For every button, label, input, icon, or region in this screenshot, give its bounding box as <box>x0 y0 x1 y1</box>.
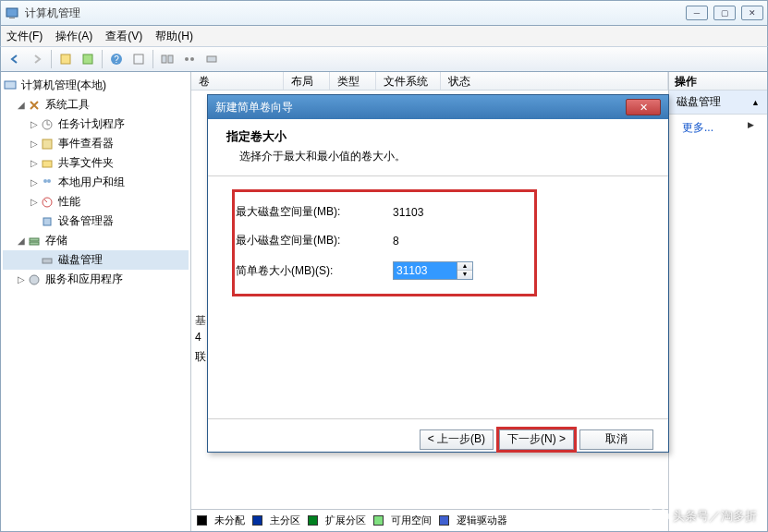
svg-rect-1 <box>9 18 15 18</box>
svg-point-9 <box>185 57 189 61</box>
expand-arrow-icon[interactable]: ▷ <box>29 139 40 149</box>
tree-local-users[interactable]: ▷ 本地用户和组 <box>3 173 189 192</box>
event-icon <box>40 137 55 151</box>
svg-point-10 <box>190 57 194 61</box>
tree-task-scheduler[interactable]: ▷ 任务计划程序 <box>3 115 189 134</box>
back-button[interactable]: < 上一步(B) <box>420 429 494 450</box>
tree-disk-management[interactable]: 磁盘管理 <box>3 250 189 270</box>
actions-panel: 操作 磁盘管理 ▲ 更多... ▶ <box>668 72 767 531</box>
peek-text-1: 基 <box>195 312 206 329</box>
svg-point-23 <box>30 275 39 284</box>
expand-arrow-icon[interactable]: ▷ <box>29 197 40 207</box>
tree-services-apps[interactable]: ▷ 服务和应用程序 <box>3 270 189 289</box>
services-icon <box>27 272 42 287</box>
actions-header: 操作 <box>669 72 767 91</box>
actions-disk-mgmt[interactable]: 磁盘管理 ▲ <box>669 91 767 115</box>
tool-icon-3[interactable] <box>128 49 149 69</box>
app-icon <box>5 6 19 20</box>
collapse-arrow-icon[interactable]: ◢ <box>16 236 27 246</box>
actions-more[interactable]: 更多... ▶ <box>669 115 767 141</box>
svg-rect-12 <box>5 81 16 89</box>
tree-event-viewer[interactable]: ▷ 事件查看器 <box>3 134 189 153</box>
next-button[interactable]: 下一步(N) > <box>499 429 574 450</box>
back-button[interactable] <box>5 49 25 69</box>
svg-rect-3 <box>83 54 92 64</box>
legend-primary-box <box>252 515 262 526</box>
highlight-box <box>232 189 537 296</box>
menu-view[interactable]: 查看(V) <box>105 29 142 44</box>
folder-icon <box>40 156 55 171</box>
tree-root[interactable]: 计算机管理(本地) <box>3 76 189 95</box>
storage-icon <box>27 234 42 248</box>
menu-help[interactable]: 帮助(H) <box>155 29 193 44</box>
minimize-button[interactable]: ─ <box>686 6 708 20</box>
window-title: 计算机管理 <box>25 6 686 21</box>
maximize-button[interactable]: ▢ <box>713 6 736 20</box>
wizard-footer: < 上一步(B) 下一步(N) > 取消 <box>208 418 668 459</box>
toolbar: ? <box>0 46 768 72</box>
col-status[interactable]: 状态 <box>441 72 668 90</box>
tree-system-tools[interactable]: ◢ 系统工具 <box>3 95 189 115</box>
svg-rect-7 <box>162 55 166 63</box>
tree-device-manager[interactable]: 设备管理器 <box>3 212 189 231</box>
watermark: 头条号／淘多折 <box>647 506 757 526</box>
wizard-close-button[interactable]: ✕ <box>626 99 661 115</box>
tree-performance[interactable]: ▷ 性能 <box>3 192 189 212</box>
svg-rect-8 <box>168 55 173 63</box>
tool-icon-6[interactable] <box>201 49 222 69</box>
col-layout[interactable]: 布局 <box>284 72 330 90</box>
legend-bar: 未分配 主分区 扩展分区 可用空间 逻辑驱动器 <box>191 509 668 531</box>
wizard-heading: 指定卷大小 <box>226 128 650 145</box>
collapse-arrow-icon[interactable]: ◢ <box>16 100 27 110</box>
wizard-header: 指定卷大小 选择介于最大和最小值的卷大小。 <box>208 119 668 176</box>
col-volume[interactable]: 卷 <box>191 72 284 90</box>
col-filesystem[interactable]: 文件系统 <box>376 72 441 90</box>
cancel-button[interactable]: 取消 <box>579 429 653 450</box>
tool-icon-5[interactable] <box>179 49 200 69</box>
tool-icon-1[interactable] <box>55 49 76 69</box>
tools-icon <box>27 98 42 113</box>
tree-shared-folders[interactable]: ▷ 共享文件夹 <box>3 153 189 173</box>
tool-icon-2[interactable] <box>78 49 98 69</box>
svg-rect-15 <box>43 161 52 167</box>
watermark-logo-icon <box>642 502 671 530</box>
wizard-titlebar: 新建简单卷向导 ✕ <box>208 95 668 119</box>
legend-extended-box <box>308 515 318 526</box>
expand-arrow-icon[interactable]: ▷ <box>29 158 40 168</box>
tree-panel: 计算机管理(本地) ◢ 系统工具 ▷ 任务计划程序 ▷ 事件查看器 ▷ 共享文件… <box>1 72 191 531</box>
legend-free-box <box>373 515 384 526</box>
col-type[interactable]: 类型 <box>330 72 376 90</box>
menu-action[interactable]: 操作(A) <box>55 29 92 44</box>
performance-icon <box>40 195 55 210</box>
svg-rect-22 <box>43 259 52 263</box>
chevron-up-icon: ▲ <box>751 98 760 107</box>
clock-icon <box>40 117 55 132</box>
watermark-text: 头条号／淘多折 <box>673 508 757 525</box>
wizard-title: 新建简单卷向导 <box>215 100 626 115</box>
close-button[interactable]: ✕ <box>741 6 763 20</box>
forward-button[interactable] <box>27 49 47 69</box>
expand-arrow-icon[interactable]: ▷ <box>29 177 40 187</box>
menu-file[interactable]: 文件(F) <box>6 29 43 44</box>
legend-logical-box <box>439 515 449 526</box>
tool-icon-4[interactable] <box>157 49 177 69</box>
svg-rect-11 <box>207 56 216 62</box>
expand-arrow-icon[interactable]: ▷ <box>29 119 40 129</box>
svg-text:?: ? <box>114 54 119 65</box>
svg-rect-14 <box>43 139 52 149</box>
menu-bar: 文件(F) 操作(A) 查看(V) 帮助(H) <box>0 26 768 46</box>
wizard-body: 最大磁盘空间量(MB): 31103 最小磁盘空间量(MB): 8 简单卷大小(… <box>208 176 668 418</box>
expand-arrow-icon[interactable]: ▷ <box>16 274 27 284</box>
tree-storage[interactable]: ◢ 存储 <box>3 231 189 250</box>
wizard-subheading: 选择介于最大和最小值的卷大小。 <box>226 149 650 164</box>
svg-point-16 <box>43 179 47 183</box>
chevron-right-icon: ▶ <box>748 120 754 129</box>
disk-icon <box>40 253 55 268</box>
svg-point-17 <box>47 179 51 183</box>
window-titlebar: 计算机管理 ─ ▢ ✕ <box>0 0 768 26</box>
wizard-dialog: 新建简单卷向导 ✕ 指定卷大小 选择介于最大和最小值的卷大小。 最大磁盘空间量(… <box>207 94 669 453</box>
svg-rect-20 <box>30 238 39 241</box>
users-icon <box>40 175 55 190</box>
help-icon[interactable]: ? <box>106 49 127 69</box>
svg-rect-21 <box>30 242 39 245</box>
